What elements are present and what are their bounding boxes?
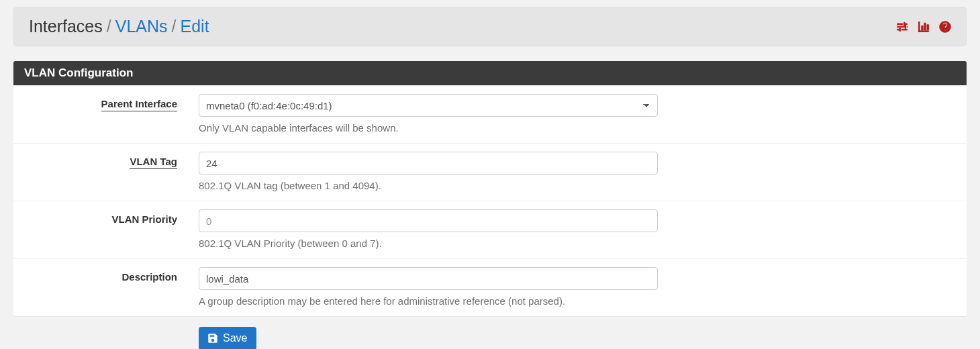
- chart-icon[interactable]: [916, 19, 931, 34]
- row-description: Description A group description may be e…: [13, 258, 967, 316]
- help-parent-interface: Only VLAN capable interfaces will be sho…: [199, 122, 956, 134]
- help-description: A group description may be entered here …: [199, 295, 956, 307]
- breadcrumb-sep: /: [172, 17, 177, 36]
- save-button[interactable]: Save: [199, 327, 256, 349]
- row-vlan-tag: VLAN Tag 802.1Q VLAN tag (between 1 and …: [13, 143, 967, 201]
- panel-title: VLAN Configuration: [13, 61, 967, 85]
- vlan-configuration-panel: VLAN Configuration Parent Interface mvne…: [13, 61, 967, 316]
- breadcrumb-link-edit[interactable]: Edit: [181, 17, 209, 36]
- help-vlan-tag: 802.1Q VLAN tag (between 1 and 4094).: [199, 180, 956, 191]
- label-vlan-tag-text: VLAN Tag: [130, 156, 177, 169]
- sliders-icon[interactable]: [895, 19, 910, 34]
- label-vlan-priority-text: VLAN Priority: [111, 213, 177, 225]
- label-description-text: Description: [121, 271, 177, 283]
- vlan-priority-input[interactable]: [199, 209, 658, 232]
- label-vlan-tag: VLAN Tag: [13, 152, 188, 191]
- row-parent-interface: Parent Interface mvneta0 (f0:ad:4e:0c:49…: [13, 85, 967, 143]
- label-parent-interface: Parent Interface: [13, 94, 188, 134]
- form-footer: Save: [13, 327, 967, 349]
- breadcrumb-root: Interfaces: [29, 17, 103, 36]
- breadcrumb-link-vlans[interactable]: VLANs: [115, 17, 168, 36]
- vlan-tag-input[interactable]: [199, 152, 658, 174]
- label-description: Description: [13, 267, 188, 307]
- page-action-icons: [895, 19, 952, 34]
- help-icon[interactable]: [938, 19, 952, 34]
- description-input[interactable]: [199, 267, 658, 290]
- label-parent-interface-text: Parent Interface: [101, 98, 177, 111]
- parent-interface-select[interactable]: mvneta0 (f0:ad:4e:0c:49:d1): [199, 94, 658, 117]
- breadcrumb-bar: Interfaces / VLANs / Edit: [13, 7, 967, 46]
- save-icon: [207, 332, 219, 344]
- label-vlan-priority: VLAN Priority: [13, 209, 188, 249]
- breadcrumb-sep: /: [107, 17, 111, 36]
- breadcrumb: Interfaces / VLANs / Edit: [29, 17, 209, 36]
- help-vlan-priority: 802.1Q VLAN Priority (between 0 and 7).: [199, 238, 956, 249]
- save-button-label: Save: [223, 332, 247, 344]
- row-vlan-priority: VLAN Priority 802.1Q VLAN Priority (betw…: [13, 201, 967, 258]
